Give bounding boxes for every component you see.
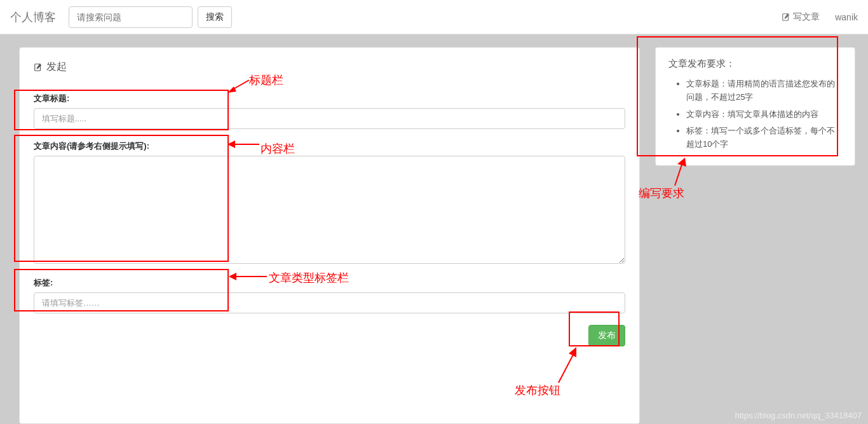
compose-icon [34, 63, 43, 72]
title-input[interactable] [34, 108, 625, 129]
list-item: 标签：填写一个或多个合适标签，每个不超过10个字 [686, 125, 842, 151]
svg-line-10 [675, 163, 682, 186]
submit-row: 发布 [34, 325, 625, 346]
sidebar-title: 文章发布要求： [668, 58, 842, 70]
list-item: 文章内容：填写文章具体描述的内容 [686, 108, 842, 121]
content-label: 文章内容(请参考右侧提示填写): [34, 140, 625, 152]
main-panel: 发起 文章标题: 文章内容(请参考右侧提示填写): 标签: 发布 [19, 47, 640, 424]
username-link[interactable]: wanik [835, 12, 858, 22]
search-button[interactable]: 搜索 [198, 6, 232, 28]
publish-button[interactable]: 发布 [588, 325, 625, 346]
title-label: 文章标题: [34, 93, 625, 104]
tag-form-group: 标签: [34, 277, 625, 313]
panel-title: 发起 [34, 60, 625, 74]
title-form-group: 文章标题: [34, 93, 625, 129]
sidebar-panel: 文章发布要求： 文章标题：请用精简的语言描述您发布的问题，不超过25字 文章内容… [655, 47, 855, 166]
list-item: 文章标题：请用精简的语言描述您发布的问题，不超过25字 [686, 78, 842, 104]
content-form-group: 文章内容(请参考右侧提示填写): [34, 140, 625, 266]
edit-icon [782, 13, 790, 22]
sidebar-list: 文章标题：请用精简的语言描述您发布的问题，不超过25字 文章内容：填写文章具体描… [668, 78, 842, 151]
panel-title-text: 发起 [46, 60, 67, 74]
content-area: 发起 文章标题: 文章内容(请参考右侧提示填写): 标签: 发布 文章发布要求：… [0, 34, 868, 424]
tag-label: 标签: [34, 277, 625, 289]
write-article-label: 写文章 [793, 11, 820, 23]
brand-title: 个人博客 [10, 10, 56, 25]
content-textarea[interactable] [34, 156, 625, 264]
tag-input[interactable] [34, 292, 625, 313]
search-input[interactable] [69, 6, 193, 28]
top-navbar: 个人博客 搜索 写文章 wanik [0, 0, 868, 34]
annotation-label-requirements: 编写要求 [639, 186, 684, 201]
write-article-link[interactable]: 写文章 [782, 11, 820, 23]
watermark: https://blog.csdn.net/qq_33418407 [735, 411, 862, 420]
